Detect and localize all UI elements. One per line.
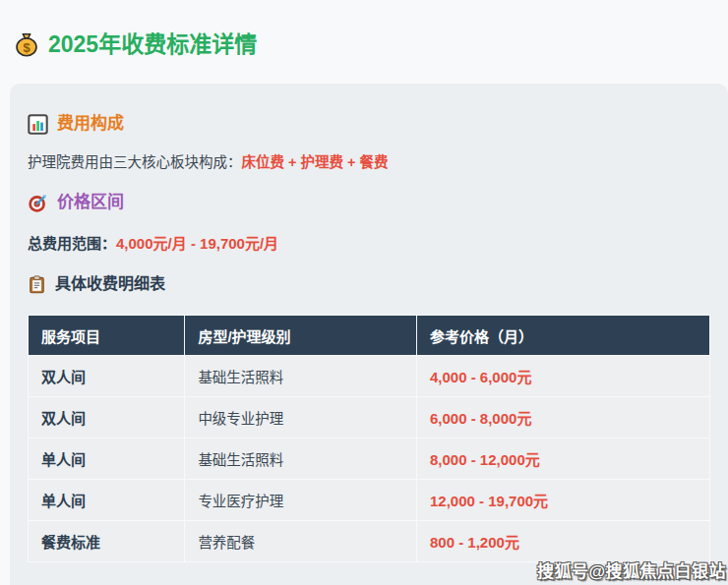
svg-text:$: $ — [23, 40, 30, 55]
price-range-text: 总费用范围：4,000元/月 - 19,700元/月 — [28, 234, 710, 254]
cell-service: 双人间 — [29, 356, 185, 397]
section-detail-title: 具体收费明细表 — [55, 272, 165, 296]
cell-room-type: 基础生活照料 — [185, 439, 417, 480]
composition-text-prefix: 护理院费用由三大核心板块构成： — [28, 154, 242, 170]
price-range-label: 总费用范围： — [28, 235, 116, 252]
section-price-range-heading: 价格区间 — [28, 190, 710, 215]
table-row: 餐费标准营养配餐800 - 1,200元 — [29, 521, 710, 562]
cell-service: 单人间 — [29, 439, 185, 480]
target-icon — [28, 193, 48, 213]
page-title: 2025年收费标准详情 — [48, 30, 257, 58]
fee-table-body: 双人间基础生活照料4,000 - 6,000元双人间中级专业护理6,000 - … — [29, 356, 710, 562]
watermark: 搜狐号@搜狐焦点白银站 — [537, 557, 726, 582]
table-row: 单人间专业医疗护理12,000 - 19,700元 — [29, 480, 710, 521]
bar-chart-icon — [28, 114, 48, 135]
cell-room-type: 专业医疗护理 — [185, 480, 417, 521]
price-range-value: 4,000元/月 - 19,700元/月 — [116, 235, 278, 252]
cell-room-type: 基础生活照料 — [185, 356, 417, 397]
cell-price: 8,000 - 12,000元 — [416, 439, 709, 480]
clipboard-icon — [28, 275, 46, 294]
composition-text: 护理院费用由三大核心板块构成：床位费 + 护理费 + 餐费 — [28, 152, 710, 172]
col-header-price: 参考价格（月） — [416, 316, 709, 356]
table-row: 单人间基础生活照料8,000 - 12,000元 — [29, 439, 710, 480]
cell-price: 12,000 - 19,700元 — [416, 480, 709, 521]
cell-service: 单人间 — [29, 480, 185, 521]
cell-service: 餐费标准 — [29, 521, 185, 562]
cell-price: 6,000 - 8,000元 — [416, 397, 709, 439]
cell-service: 双人间 — [29, 397, 185, 439]
section-composition-title: 费用构成 — [57, 111, 124, 137]
cell-room-type: 中级专业护理 — [185, 397, 417, 439]
section-price-range-title: 价格区间 — [57, 190, 124, 215]
section-detail-heading: 具体收费明细表 — [28, 272, 710, 296]
col-header-room-type: 房型/护理级别 — [185, 316, 417, 356]
cell-room-type: 营养配餐 — [185, 521, 417, 562]
cell-price: 800 - 1,200元 — [416, 521, 709, 562]
section-composition-heading: 费用构成 — [28, 111, 710, 137]
fee-table: 服务项目 房型/护理级别 参考价格（月） 双人间基础生活照料4,000 - 6,… — [28, 315, 710, 562]
fee-detail-card: 费用构成 护理院费用由三大核心板块构成：床位费 + 护理费 + 餐费 价格区间 … — [10, 84, 728, 585]
money-bag-icon: $ — [14, 31, 39, 57]
page-header: $ 2025年收费标准详情 — [0, 0, 728, 58]
table-row: 双人间基础生活照料4,000 - 6,000元 — [29, 356, 710, 397]
cell-price: 4,000 - 6,000元 — [416, 356, 709, 397]
composition-text-highlight: 床位费 + 护理费 + 餐费 — [242, 154, 389, 170]
table-row: 双人间中级专业护理6,000 - 8,000元 — [29, 397, 710, 439]
table-header-row: 服务项目 房型/护理级别 参考价格（月） — [29, 316, 710, 356]
col-header-service: 服务项目 — [29, 316, 185, 356]
